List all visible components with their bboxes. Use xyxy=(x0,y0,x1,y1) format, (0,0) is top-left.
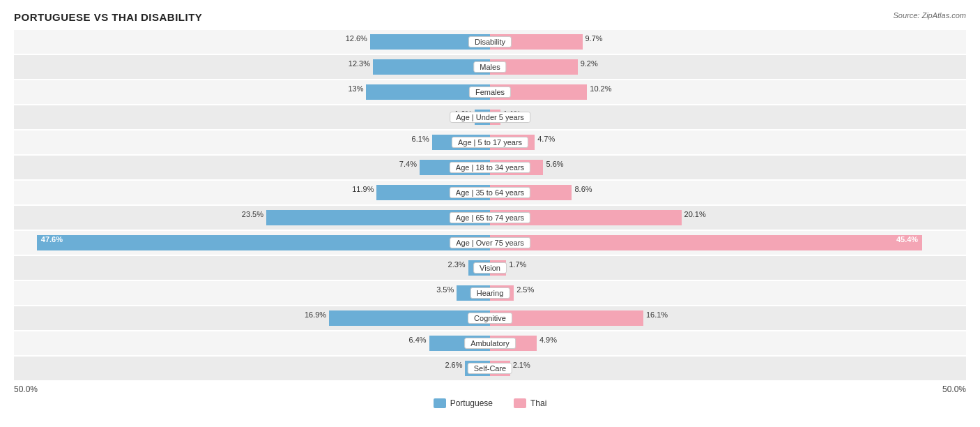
center-label: Disability xyxy=(468,36,512,47)
center-label: Age | 5 to 17 years xyxy=(452,137,528,148)
legend-item-thai: Thai xyxy=(514,398,546,408)
bars-container: 12.6% Disability 9.7% xyxy=(14,30,966,54)
center-label: Age | 18 to 34 years xyxy=(450,162,530,173)
bar-row: 11.9% Age | 35 to 64 years 8.6% xyxy=(14,181,966,204)
right-section: 2.1% xyxy=(490,357,966,380)
right-value: 9.7% xyxy=(583,34,603,43)
bar-row: 13% Females 10.2% xyxy=(14,80,966,104)
left-value: 6.1% xyxy=(412,135,432,143)
left-section: 2.6% xyxy=(14,357,490,380)
portuguese-label: Portuguese xyxy=(450,398,493,408)
axis-right: 50.0% xyxy=(942,384,966,394)
right-value: 16.1% xyxy=(643,310,668,319)
right-section: 16.1% xyxy=(490,306,966,330)
axis-left: 50.0% xyxy=(14,384,38,394)
right-value: 9.2% xyxy=(578,59,598,68)
right-value: 5.6% xyxy=(543,160,563,168)
pink-bar: 16.1% xyxy=(490,310,643,326)
center-label: Age | Over 75 years xyxy=(450,237,530,248)
left-section: 1.6% xyxy=(14,105,490,129)
bar-row: 2.3% Vision 1.7% xyxy=(14,256,966,280)
right-section: 20.1% xyxy=(490,206,966,230)
blue-bar: 12.3% xyxy=(373,59,490,75)
left-value-inside: 47.6% xyxy=(41,235,63,244)
right-section: 1.1% xyxy=(490,105,966,129)
bars-container: 11.9% Age | 35 to 64 years 8.6% xyxy=(14,181,966,204)
bars-container: 6.4% Ambulatory 4.9% xyxy=(14,331,966,355)
bars-container: 1.6% Age | Under 5 years 1.1% xyxy=(14,105,966,129)
center-label: Vision xyxy=(473,262,507,274)
chart-source: Source: ZipAtlas.com xyxy=(893,11,966,20)
left-value: 12.6% xyxy=(346,34,370,43)
right-value: 8.6% xyxy=(572,185,592,193)
right-value: 10.2% xyxy=(587,84,611,93)
left-section: 6.1% xyxy=(14,130,490,154)
center-label: Age | 35 to 64 years xyxy=(450,187,530,198)
legend-item-portuguese: Portuguese xyxy=(434,398,493,408)
right-section: 9.7% xyxy=(490,30,966,54)
bars-container: 23.5% Age | 65 to 74 years 20.1% xyxy=(14,206,966,230)
right-value: 2.1% xyxy=(510,361,530,369)
bars-container: 7.4% Age | 18 to 34 years 5.6% xyxy=(14,156,966,179)
blue-bar: 16.9% xyxy=(329,310,490,326)
right-section: 4.9% xyxy=(490,331,966,355)
right-value: 4.9% xyxy=(537,336,557,344)
left-section: 2.3% xyxy=(14,256,490,280)
center-label: Ambulatory xyxy=(464,338,516,349)
bars-container: 16.9% Cognitive 16.1% xyxy=(14,306,966,330)
right-section: 45.4% xyxy=(490,231,966,255)
left-section: 7.4% xyxy=(14,156,490,179)
bar-row: 47.6% Age | Over 75 years 45.4% xyxy=(14,231,966,255)
right-value-inside: 45.4% xyxy=(896,235,918,244)
right-section: 10.2% xyxy=(490,80,966,104)
right-value: 20.1% xyxy=(682,210,706,218)
left-section: 13% xyxy=(14,80,490,104)
left-section: 6.4% xyxy=(14,331,490,355)
left-value: 12.3% xyxy=(349,59,373,68)
bars-container: 2.6% Self-Care 2.1% xyxy=(14,357,966,380)
right-section: 8.6% xyxy=(490,181,966,204)
right-section: 9.2% xyxy=(490,55,966,79)
left-value: 11.9% xyxy=(352,185,376,193)
left-section: 12.3% xyxy=(14,55,490,79)
bar-row: 2.6% Self-Care 2.1% xyxy=(14,357,966,380)
chart-title: PORTUGUESE VS THAI DISABILITY xyxy=(14,11,202,23)
left-section: 12.6% xyxy=(14,30,490,54)
chart-area: 12.6% Disability 9.7% 12.3% Males 9.2% xyxy=(14,30,966,380)
right-section: 5.6% xyxy=(490,156,966,179)
center-label: Hearing xyxy=(470,287,510,299)
bars-container: 12.3% Males 9.2% xyxy=(14,55,966,79)
left-section: 11.9% xyxy=(14,181,490,204)
left-value: 13% xyxy=(348,84,366,93)
left-value: 7.4% xyxy=(399,160,420,168)
portuguese-swatch xyxy=(434,398,446,408)
center-label: Age | 65 to 74 years xyxy=(450,212,530,223)
bar-row: 6.4% Ambulatory 4.9% xyxy=(14,331,966,355)
bars-container: 2.3% Vision 1.7% xyxy=(14,256,966,280)
axis-row: 50.0% 50.0% xyxy=(14,384,966,394)
left-section: 23.5% xyxy=(14,206,490,230)
left-section: 16.9% xyxy=(14,306,490,330)
bar-row: 1.6% Age | Under 5 years 1.1% xyxy=(14,105,966,129)
bar-row: 12.3% Males 9.2% xyxy=(14,55,966,79)
bars-container: 6.1% Age | 5 to 17 years 4.7% xyxy=(14,130,966,154)
left-value: 6.4% xyxy=(409,336,429,344)
right-section: 2.5% xyxy=(490,281,966,305)
left-section: 3.5% xyxy=(14,281,490,305)
right-value: 2.5% xyxy=(514,285,534,294)
center-label: Cognitive xyxy=(468,313,512,324)
center-label: Age | Under 5 years xyxy=(450,112,530,123)
right-value: 4.7% xyxy=(535,135,555,143)
center-label: Females xyxy=(469,87,511,98)
right-section: 4.7% xyxy=(490,130,966,154)
left-value: 23.5% xyxy=(242,210,266,218)
pink-bar: 45.4% xyxy=(490,235,922,250)
right-section: 1.7% xyxy=(490,256,966,280)
center-label: Males xyxy=(473,61,506,73)
bar-row: 12.6% Disability 9.7% xyxy=(14,30,966,54)
center-label: Self-Care xyxy=(468,363,512,374)
bar-row: 23.5% Age | 65 to 74 years 20.1% xyxy=(14,206,966,230)
bar-row: 3.5% Hearing 2.5% xyxy=(14,281,966,305)
left-value: 16.9% xyxy=(305,310,329,319)
bars-container: 47.6% Age | Over 75 years 45.4% xyxy=(14,231,966,255)
